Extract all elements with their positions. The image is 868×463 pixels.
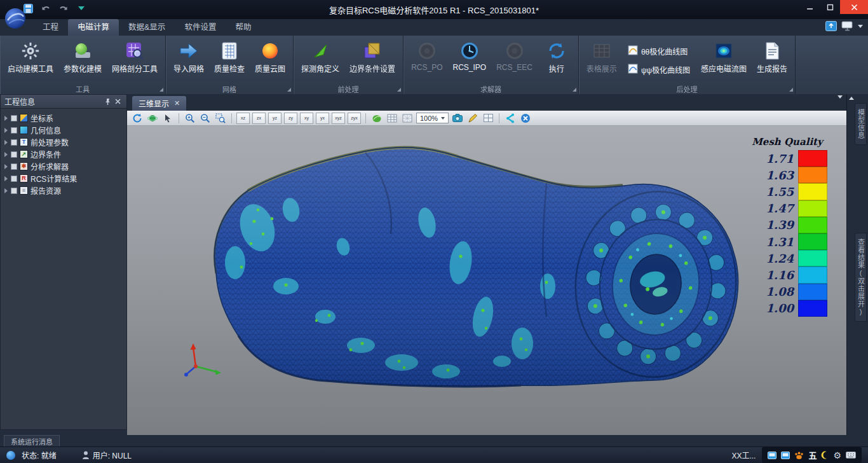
import-mesh-button[interactable]: 导入网格 <box>169 38 208 83</box>
rotate-view-icon[interactable] <box>131 112 144 125</box>
mesh-partition-tool-button[interactable]: 网格剖分工具 <box>107 38 162 83</box>
undo-icon[interactable] <box>39 2 52 15</box>
tab-software-settings[interactable]: 软件设置 <box>175 19 226 36</box>
flow-share-icon[interactable] <box>504 112 517 125</box>
view-iso-button[interactable]: xyz <box>332 113 345 124</box>
tree-item-boundary-conditions[interactable]: 边界条件 <box>2 148 125 160</box>
tab-help[interactable]: 帮助 <box>226 19 261 36</box>
layout-windows-icon[interactable] <box>482 112 494 125</box>
paw-icon[interactable] <box>794 451 804 460</box>
checkbox[interactable] <box>11 176 17 182</box>
select-pointer-icon[interactable] <box>161 112 174 125</box>
dialog-launcher-icon[interactable] <box>573 88 576 92</box>
rcs-po-solver-button[interactable]: RCS_PO <box>407 38 447 83</box>
display-settings-icon[interactable] <box>841 21 853 31</box>
boundary-condition-settings-button[interactable]: 边界条件设置 <box>345 38 400 83</box>
tab-3d-display[interactable]: 三维显示 ✕ <box>132 96 186 111</box>
orbit-icon[interactable] <box>146 112 159 125</box>
view-zy-button[interactable]: zy <box>284 113 297 124</box>
camera-snapshot-icon[interactable] <box>451 112 464 125</box>
checkbox[interactable] <box>11 163 17 170</box>
tree-item-geometry-info[interactable]: 几何信息 <box>2 124 125 136</box>
tab-list-dropdown-icon[interactable] <box>837 99 843 107</box>
view-iso-back-button[interactable]: zyx <box>348 113 361 124</box>
redo-icon[interactable] <box>57 2 70 15</box>
gear-icon[interactable]: ⚙ <box>833 451 841 460</box>
theta-polarization-curve-button[interactable]: θθ极化曲线图 <box>625 44 693 59</box>
moon-icon[interactable] <box>821 451 829 459</box>
close-tab-icon[interactable]: ✕ <box>174 99 180 107</box>
scroll-up-icon[interactable] <box>849 97 854 100</box>
app-logo-icon[interactable] <box>4 7 27 30</box>
viewport-3d[interactable]: Mesh Quality 1.71 1.63 1.55 1.47 1.39 1.… <box>127 126 846 435</box>
caret-icon[interactable] <box>4 152 8 157</box>
quality-check-button[interactable]: 质量检查 <box>210 38 249 83</box>
probe-angle-define-button[interactable]: 探测角定义 <box>297 38 344 83</box>
zoom-window-icon[interactable] <box>214 112 227 125</box>
view-yx-button[interactable]: yx <box>316 113 329 124</box>
zoom-out-icon[interactable] <box>199 112 212 125</box>
annotate-pen-icon[interactable] <box>466 112 479 125</box>
tree-item-report-resources[interactable]: 报告资源 <box>2 184 125 197</box>
checkbox[interactable] <box>11 115 17 121</box>
checkbox[interactable] <box>11 188 17 194</box>
view-zx-button[interactable]: zx <box>252 113 266 124</box>
caret-icon[interactable] <box>4 176 8 181</box>
chevron-down-icon[interactable] <box>858 25 863 28</box>
view-xz-button[interactable]: xz <box>236 113 250 124</box>
caret-icon[interactable] <box>4 116 8 121</box>
checkbox[interactable] <box>11 127 17 134</box>
quality-cloud-map-button[interactable]: 质量云图 <box>250 38 290 83</box>
view-xy-button[interactable]: xy <box>300 113 313 124</box>
close-panel-icon[interactable] <box>112 97 123 107</box>
ime-mode-label[interactable]: 五 <box>808 449 817 461</box>
mesh-model[interactable] <box>127 126 846 435</box>
tree-item-preprocess-params[interactable]: 前处理参数 <box>2 136 125 148</box>
execute-button[interactable]: 执行 <box>538 38 575 83</box>
pin-icon[interactable] <box>102 97 112 107</box>
dialog-launcher-icon[interactable] <box>159 88 163 92</box>
view-results-collapsed-tab[interactable]: 查看结果(双击展开) <box>855 233 867 322</box>
checkbox[interactable] <box>11 139 17 146</box>
close-button[interactable] <box>840 0 868 14</box>
window-icon[interactable] <box>781 452 790 459</box>
caret-icon[interactable] <box>4 128 8 133</box>
wireframe-grid-icon[interactable] <box>386 112 398 125</box>
launch-modeling-tool-button[interactable]: 启动建模工具 <box>3 38 58 83</box>
caret-icon[interactable] <box>4 188 8 193</box>
tab-data-display[interactable]: 数据&显示 <box>119 19 175 36</box>
tree-item-analysis-solver[interactable]: 分析求解器 <box>2 160 125 172</box>
model-info-collapsed-tab[interactable]: 模型信息 <box>855 103 867 145</box>
checkbox[interactable] <box>11 151 17 158</box>
psi-polarization-curve-button[interactable]: ψψ极化曲线图 <box>625 62 693 77</box>
minimize-button[interactable] <box>799 0 820 14</box>
close-view-icon[interactable] <box>519 112 532 125</box>
keyboard-icon[interactable] <box>846 452 856 459</box>
tab-electromagnetic-calc[interactable]: 电磁计算 <box>68 19 119 36</box>
dialog-launcher-icon[interactable] <box>397 88 401 92</box>
caret-icon[interactable] <box>4 140 8 145</box>
zoom-in-icon[interactable] <box>184 112 196 125</box>
panel-toggle-icon[interactable] <box>825 21 837 31</box>
shaded-view-icon[interactable] <box>370 112 383 125</box>
system-messages-tab[interactable]: 系统运行消息 <box>4 435 60 446</box>
parametric-modeling-button[interactable]: 参数化建模 <box>59 38 106 83</box>
window-icon[interactable] <box>768 452 776 459</box>
report-icon <box>20 186 28 195</box>
tree-item-coordinate-system[interactable]: 坐标系 <box>2 112 125 124</box>
maximize-button[interactable] <box>820 0 840 14</box>
rcs-ipo-solver-button[interactable]: RCS_IPO <box>448 38 491 83</box>
induction-current-map-button[interactable]: 感应电磁流图 <box>696 38 751 83</box>
tab-project[interactable]: 工程 <box>33 19 68 36</box>
view-yz-button[interactable]: yz <box>268 113 281 124</box>
rcs-eec-solver-button[interactable]: RCS_EEC <box>492 38 537 83</box>
tree-item-rcs-results[interactable]: RCS计算结果 <box>2 172 125 184</box>
mesh-display-icon[interactable] <box>401 112 414 125</box>
table-display-button[interactable]: 表格展示 <box>582 38 621 83</box>
customize-quick-access-icon[interactable] <box>75 2 88 15</box>
zoom-level-select[interactable]: 100% <box>416 113 449 123</box>
dialog-launcher-icon[interactable] <box>789 88 793 92</box>
dialog-launcher-icon[interactable] <box>287 88 291 92</box>
generate-report-button[interactable]: 生成报告 <box>752 38 792 83</box>
caret-icon[interactable] <box>4 164 8 169</box>
